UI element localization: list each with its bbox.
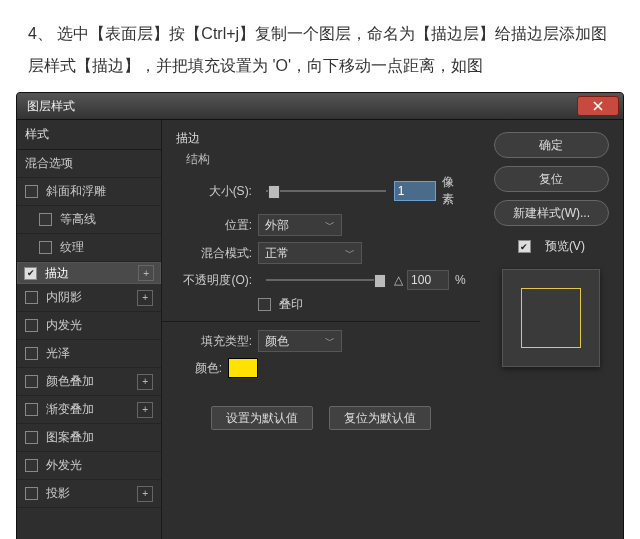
filltype-select[interactable]: 颜色﹀ bbox=[258, 330, 342, 352]
color-swatch[interactable] bbox=[228, 358, 258, 378]
color-label: 颜色: bbox=[176, 360, 222, 377]
titlebar[interactable]: 图层样式 bbox=[17, 93, 623, 120]
blend-mode-select[interactable]: 正常﹀ bbox=[258, 242, 362, 264]
ok-button[interactable]: 确定 bbox=[494, 132, 609, 158]
set-default-button[interactable]: 设置为默认值 bbox=[211, 406, 313, 430]
style-row[interactable]: 渐变叠加+ bbox=[17, 396, 161, 424]
group-title: 描边 bbox=[176, 130, 466, 147]
style-label: 纹理 bbox=[60, 239, 153, 256]
blending-options-row[interactable]: 混合选项 bbox=[17, 150, 161, 178]
style-row[interactable]: 图案叠加 bbox=[17, 424, 161, 452]
chevron-down-icon: ﹀ bbox=[345, 246, 355, 260]
position-label: 位置: bbox=[176, 217, 252, 234]
step-number: 4、 bbox=[28, 25, 53, 42]
action-panel: 确定 复位 新建样式(W)... ✔ 预览(V) bbox=[480, 120, 623, 539]
style-checkbox[interactable] bbox=[25, 291, 38, 304]
dialog-title: 图层样式 bbox=[27, 98, 75, 115]
structure-label: 结构 bbox=[186, 151, 466, 168]
opacity-stepper-icon[interactable]: △ bbox=[394, 273, 403, 287]
style-checkbox[interactable] bbox=[25, 459, 38, 472]
style-checkbox[interactable]: ✔ bbox=[24, 267, 37, 280]
layer-style-dialog: 图层样式 样式 混合选项 斜面和浮雕等高线纹理✔描边+内阴影+内发光光泽颜色叠加… bbox=[16, 92, 624, 539]
style-checkbox[interactable] bbox=[39, 241, 52, 254]
size-label: 大小(S): bbox=[176, 183, 252, 200]
style-checkbox[interactable] bbox=[25, 319, 38, 332]
add-instance-icon[interactable]: + bbox=[137, 486, 153, 502]
opacity-input[interactable] bbox=[407, 270, 449, 290]
style-row[interactable]: 光泽 bbox=[17, 340, 161, 368]
add-instance-icon[interactable]: + bbox=[138, 265, 154, 281]
close-button[interactable] bbox=[577, 96, 619, 116]
reset-default-button[interactable]: 复位为默认值 bbox=[329, 406, 431, 430]
style-checkbox[interactable] bbox=[39, 213, 52, 226]
new-style-button[interactable]: 新建样式(W)... bbox=[494, 200, 609, 226]
opacity-unit: % bbox=[455, 273, 466, 287]
chevron-down-icon: ﹀ bbox=[325, 334, 335, 348]
preview-checkbox[interactable]: ✔ bbox=[518, 240, 531, 253]
overprint-label: 叠印 bbox=[279, 296, 303, 313]
style-label: 外发光 bbox=[46, 457, 153, 474]
styles-panel: 样式 混合选项 斜面和浮雕等高线纹理✔描边+内阴影+内发光光泽颜色叠加+渐变叠加… bbox=[17, 120, 162, 539]
size-input[interactable] bbox=[394, 181, 436, 201]
add-instance-icon[interactable]: + bbox=[137, 402, 153, 418]
style-row[interactable]: 内发光 bbox=[17, 312, 161, 340]
style-label: 光泽 bbox=[46, 345, 153, 362]
options-panel: 描边 结构 大小(S): 像素 位置: 外部﹀ 混合模式: 正常﹀ bbox=[162, 120, 480, 539]
blend-mode-label: 混合模式: bbox=[176, 245, 252, 262]
close-icon bbox=[593, 101, 603, 111]
position-select[interactable]: 外部﹀ bbox=[258, 214, 342, 236]
style-checkbox[interactable] bbox=[25, 431, 38, 444]
preview-box bbox=[502, 269, 600, 367]
style-checkbox[interactable] bbox=[25, 185, 38, 198]
style-label: 颜色叠加 bbox=[46, 373, 137, 390]
add-instance-icon[interactable]: + bbox=[137, 374, 153, 390]
style-label: 投影 bbox=[46, 485, 137, 502]
style-row[interactable]: ✔描边+ bbox=[17, 262, 161, 284]
style-row[interactable]: 斜面和浮雕 bbox=[17, 178, 161, 206]
add-instance-icon[interactable]: + bbox=[137, 290, 153, 306]
filltype-label: 填充类型: bbox=[176, 333, 252, 350]
instruction-text: 4、 选中【表面层】按【Ctrl+j】复制一个图层，命名为【描边层】给描边层添加… bbox=[0, 0, 640, 92]
style-checkbox[interactable] bbox=[25, 487, 38, 500]
overprint-checkbox[interactable] bbox=[258, 298, 271, 311]
style-label: 等高线 bbox=[60, 211, 153, 228]
style-label: 斜面和浮雕 bbox=[46, 183, 153, 200]
size-slider[interactable] bbox=[266, 184, 386, 198]
style-label: 内发光 bbox=[46, 317, 153, 334]
style-row[interactable]: 颜色叠加+ bbox=[17, 368, 161, 396]
preview-swatch bbox=[521, 288, 581, 348]
opacity-label: 不透明度(O): bbox=[176, 272, 252, 289]
blending-options-label: 混合选项 bbox=[25, 155, 153, 172]
style-label: 渐变叠加 bbox=[46, 401, 137, 418]
size-unit: 像素 bbox=[442, 174, 466, 208]
style-row[interactable]: 外发光 bbox=[17, 452, 161, 480]
style-checkbox[interactable] bbox=[25, 403, 38, 416]
chevron-down-icon: ﹀ bbox=[325, 218, 335, 232]
style-row[interactable]: 内阴影+ bbox=[17, 284, 161, 312]
style-row[interactable]: 投影+ bbox=[17, 480, 161, 508]
cancel-button[interactable]: 复位 bbox=[494, 166, 609, 192]
style-row[interactable]: 纹理 bbox=[17, 234, 161, 262]
style-row[interactable]: 等高线 bbox=[17, 206, 161, 234]
opacity-slider[interactable] bbox=[266, 273, 386, 287]
style-checkbox[interactable] bbox=[25, 347, 38, 360]
styles-header: 样式 bbox=[17, 120, 161, 150]
style-checkbox[interactable] bbox=[25, 375, 38, 388]
style-label: 内阴影 bbox=[46, 289, 137, 306]
step-text: 选中【表面层】按【Ctrl+j】复制一个图层，命名为【描边层】给描边层添加图层样… bbox=[28, 25, 607, 74]
style-label: 图案叠加 bbox=[46, 429, 153, 446]
preview-label: 预览(V) bbox=[545, 238, 585, 255]
style-label: 描边 bbox=[45, 265, 138, 282]
